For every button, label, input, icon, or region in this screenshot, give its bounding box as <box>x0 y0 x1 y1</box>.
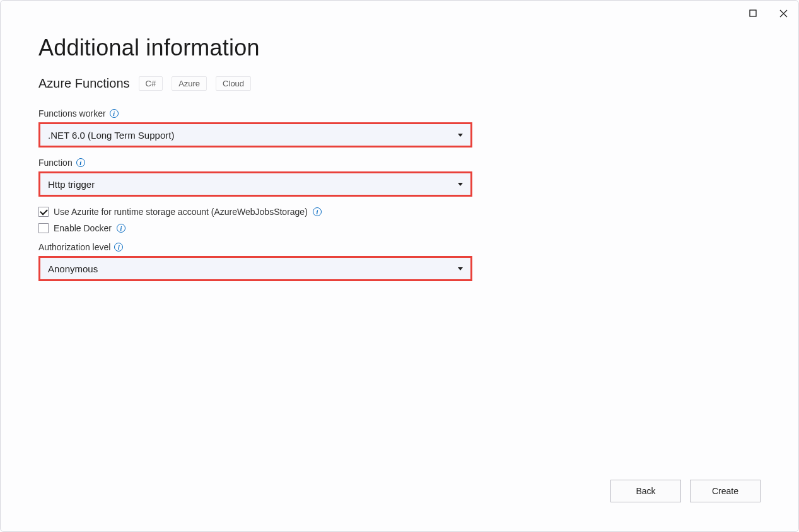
svg-rect-0 <box>750 10 756 16</box>
docker-checkbox-label: Enable Docker <box>54 223 112 233</box>
tag-cloud: Cloud <box>216 76 251 91</box>
functions-worker-dropdown[interactable]: .NET 6.0 (Long Term Support) <box>38 122 472 147</box>
azurite-checkbox-row: Use Azurite for runtime storage account … <box>38 207 761 217</box>
info-icon[interactable]: i <box>117 224 125 233</box>
page-title: Additional information <box>38 35 761 61</box>
subtitle-row: Azure Functions C# Azure Cloud <box>38 76 761 91</box>
info-icon[interactable]: i <box>76 158 85 167</box>
dialog-footer: Back Create <box>610 480 761 502</box>
auth-level-label: Authorization level <box>38 242 110 252</box>
info-icon[interactable]: i <box>110 109 119 118</box>
docker-checkbox-row: Enable Docker i <box>38 223 761 233</box>
dialog-window: Additional information Azure Functions C… <box>0 0 799 532</box>
function-label-row: Function i <box>38 158 761 168</box>
function-dropdown[interactable]: Http trigger <box>38 171 472 197</box>
function-group: Function i Http trigger <box>38 158 761 197</box>
project-type-label: Azure Functions <box>38 76 130 91</box>
dialog-content: Additional information Azure Functions C… <box>38 35 761 481</box>
function-label: Function <box>38 158 73 168</box>
chevron-down-icon <box>458 183 463 186</box>
window-controls <box>745 6 791 21</box>
tag-azure: Azure <box>172 76 207 91</box>
docker-checkbox[interactable] <box>38 223 49 233</box>
functions-worker-group: Functions worker i .NET 6.0 (Long Term S… <box>38 108 761 147</box>
functions-worker-label-row: Functions worker i <box>38 108 761 119</box>
maximize-button[interactable] <box>745 6 761 21</box>
chevron-down-icon <box>458 134 463 137</box>
auth-level-value: Anonymous <box>48 263 98 274</box>
tag-csharp: C# <box>139 76 163 91</box>
info-icon[interactable]: i <box>114 243 123 252</box>
chevron-down-icon <box>458 267 463 270</box>
azurite-checkbox[interactable] <box>38 207 49 217</box>
create-button[interactable]: Create <box>690 480 761 502</box>
azurite-checkbox-label: Use Azurite for runtime storage account … <box>54 207 308 217</box>
functions-worker-label: Functions worker <box>38 108 106 119</box>
close-button[interactable] <box>776 6 791 21</box>
function-value: Http trigger <box>48 179 95 190</box>
auth-level-group: Authorization level i Anonymous <box>38 242 761 281</box>
functions-worker-value: .NET 6.0 (Long Term Support) <box>48 130 174 141</box>
info-icon[interactable]: i <box>313 207 322 216</box>
back-button[interactable]: Back <box>610 480 681 502</box>
auth-level-label-row: Authorization level i <box>38 242 761 252</box>
auth-level-dropdown[interactable]: Anonymous <box>38 256 472 281</box>
